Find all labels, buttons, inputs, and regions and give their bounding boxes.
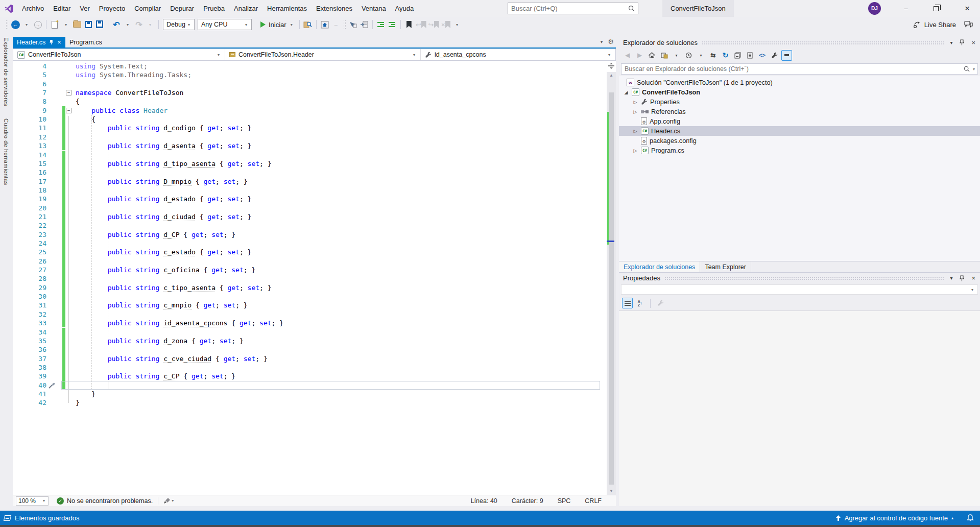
code-line[interactable]: 21 public string d_ciudad { get; set; } <box>13 212 605 221</box>
menu-herramientas[interactable]: Herramientas <box>262 0 312 17</box>
code-line[interactable]: 24 <box>13 239 605 248</box>
pin-icon[interactable] <box>49 39 54 45</box>
scroll-up-arrow[interactable]: ▲ <box>607 72 616 79</box>
fold-collapse-icon[interactable]: − <box>66 90 71 95</box>
changes-filter-icon[interactable] <box>659 50 670 61</box>
type-dropdown[interactable]: ConvertFileToJson.Header▾ <box>225 49 421 60</box>
code-line[interactable]: 29 public string c_tipo_asenta { get; se… <box>13 283 605 292</box>
chevron-collapsed-icon[interactable]: ▷ <box>632 148 638 153</box>
quick-actions-icon[interactable] <box>49 381 56 389</box>
menu-proyecto[interactable]: Proyecto <box>94 0 130 17</box>
global-search-input[interactable] <box>508 5 625 12</box>
scrollbar-thumb[interactable] <box>609 92 614 485</box>
code-line[interactable]: 4using System.Text; <box>13 62 605 70</box>
navigate-back-dropdown[interactable]: ▾ <box>21 18 32 31</box>
start-debugging-button[interactable]: Iniciar ▾ <box>257 18 297 31</box>
formatting-brush-icon[interactable] <box>163 497 171 504</box>
document-list-dropdown[interactable]: ▾ <box>601 39 603 44</box>
chevron-expanded-icon[interactable]: ◢ <box>623 90 629 95</box>
window-position-dropdown[interactable]: ▾ <box>948 275 954 281</box>
rail-tab-cuadro-de-herramientas[interactable]: Cuadro de herramientas <box>3 113 9 193</box>
menu-ver[interactable]: Ver <box>75 0 94 17</box>
account-avatar[interactable]: DJ <box>868 2 881 15</box>
live-share-button[interactable]: Live Share <box>910 20 959 30</box>
close-button[interactable]: × <box>954 0 980 17</box>
tree-item-app.config[interactable]: ⚙App.config <box>619 116 980 126</box>
code-line[interactable]: 6 <box>13 80 605 88</box>
code-line[interactable]: 36 <box>13 345 605 354</box>
open-file-button[interactable] <box>71 18 83 31</box>
gear-icon[interactable]: ⚙ <box>608 38 614 45</box>
back-icon[interactable]: ◀ <box>622 50 633 61</box>
code-line[interactable]: 40 <box>13 381 605 390</box>
solution-configurations-select[interactable]: Debug▾ <box>163 19 195 30</box>
window-position-dropdown[interactable]: ▾ <box>948 40 954 45</box>
new-file-button[interactable]: ✦ <box>49 18 60 31</box>
code-line[interactable]: 10 { <box>13 115 605 124</box>
navigate-forward-button[interactable]: → <box>32 18 43 31</box>
tree-item-packages.config[interactable]: ⚙packages.config <box>619 136 980 146</box>
alphabetical-sort-icon[interactable]: AZ↓ <box>635 298 646 308</box>
code-line[interactable]: 18 <box>13 186 605 195</box>
project-dropdown[interactable]: C# ConvertFileToJson▾ <box>13 49 225 60</box>
code-editor[interactable]: 4using System.Text;5using System.Threadi… <box>13 61 616 495</box>
tab-header-cs[interactable]: Header.cs× <box>13 37 65 47</box>
tree-item-soluci-n-convertfiletojson-1-de-1-proyecto-[interactable]: ∞Solución "ConvertFileToJson" (1 de 1 pr… <box>619 78 980 87</box>
menu-depurar[interactable]: Depurar <box>165 0 199 17</box>
properties-object-select[interactable]: ▾ <box>619 283 980 296</box>
menu-editar[interactable]: Editar <box>49 0 75 17</box>
solution-search-input[interactable] <box>622 65 962 73</box>
view-code-icon[interactable]: <> <box>757 50 768 61</box>
home-window-button[interactable] <box>319 18 330 31</box>
code-line[interactable]: 38 <box>13 363 605 372</box>
code-line[interactable]: 41 } <box>13 390 605 398</box>
member-dropdown[interactable]: id_asenta_cpcons▾ <box>421 49 615 60</box>
code-line[interactable]: 31 public string c_mnpio { get; set; } <box>13 301 605 309</box>
save-button[interactable] <box>83 18 94 31</box>
pin-icon[interactable] <box>958 39 966 45</box>
feedback-icon[interactable] <box>964 21 973 28</box>
code-line[interactable]: 28 <box>13 274 605 283</box>
search-icon[interactable] <box>962 66 972 72</box>
decrease-indent-button[interactable] <box>375 18 387 31</box>
code-line[interactable]: 8{ <box>13 97 605 106</box>
navigate-back-button[interactable]: ← <box>10 18 21 31</box>
code-line[interactable]: 39 public string c_CP { get; set; } <box>13 372 605 380</box>
solution-platforms-select[interactable]: Any CPU▾ <box>198 19 252 30</box>
editor-split-handle[interactable] <box>607 62 615 70</box>
navigate-to-cursor-button[interactable] <box>347 18 358 31</box>
categorized-icon[interactable] <box>622 298 633 308</box>
close-icon[interactable]: × <box>970 274 977 282</box>
tree-item-header.cs[interactable]: ▷C#Header.cs <box>619 126 980 136</box>
properties-wrench-icon[interactable] <box>769 50 780 61</box>
code-line[interactable]: 9− public class Header <box>13 106 605 115</box>
code-line[interactable]: 13 public string d_asenta { get; set; } <box>13 141 605 150</box>
clock-dropdown[interactable]: ▾ <box>696 50 706 61</box>
toolbar-options-dropdown[interactable]: ▾ <box>451 18 463 31</box>
code-line[interactable]: 27 public string c_oficina { get; set; } <box>13 266 605 274</box>
chevron-collapsed-icon[interactable]: ▷ <box>632 109 638 114</box>
code-line[interactable]: 42} <box>13 398 605 407</box>
menu-extensiones[interactable]: Extensiones <box>312 0 357 17</box>
filter-dropdown[interactable]: ▾ <box>671 50 682 61</box>
refresh-icon[interactable]: ↻ <box>720 50 731 61</box>
chevron-collapsed-icon[interactable]: ▷ <box>632 100 638 105</box>
show-all-files-icon[interactable] <box>745 50 755 61</box>
code-line[interactable]: 16 <box>13 168 605 177</box>
undo-dropdown[interactable]: ▾ <box>122 18 133 31</box>
code-line[interactable]: 25 public string c_estado { get; set; } <box>13 248 605 256</box>
minimize-button[interactable]: – <box>894 0 918 17</box>
menu-ayuda[interactable]: Ayuda <box>391 0 419 17</box>
vertical-scrollbar[interactable]: ▲ ▼ <box>607 72 616 495</box>
toggle-bookmark-button[interactable] <box>403 18 415 31</box>
panel-tab-explorador-de-soluciones[interactable]: Explorador de soluciones <box>619 261 700 272</box>
code-line[interactable]: 20 <box>13 204 605 212</box>
increase-indent-button[interactable] <box>387 18 398 31</box>
home-icon[interactable] <box>647 50 657 61</box>
add-to-source-control-button[interactable]: Agregar al control de código fuente ▴ <box>835 514 953 522</box>
find-in-files-button[interactable] <box>302 18 314 31</box>
undo-button[interactable]: ↶ <box>111 18 122 31</box>
close-icon[interactable]: × <box>970 39 977 46</box>
menu-archivo[interactable]: Archivo <box>17 0 49 17</box>
redo-dropdown[interactable]: ▾ <box>145 18 156 31</box>
